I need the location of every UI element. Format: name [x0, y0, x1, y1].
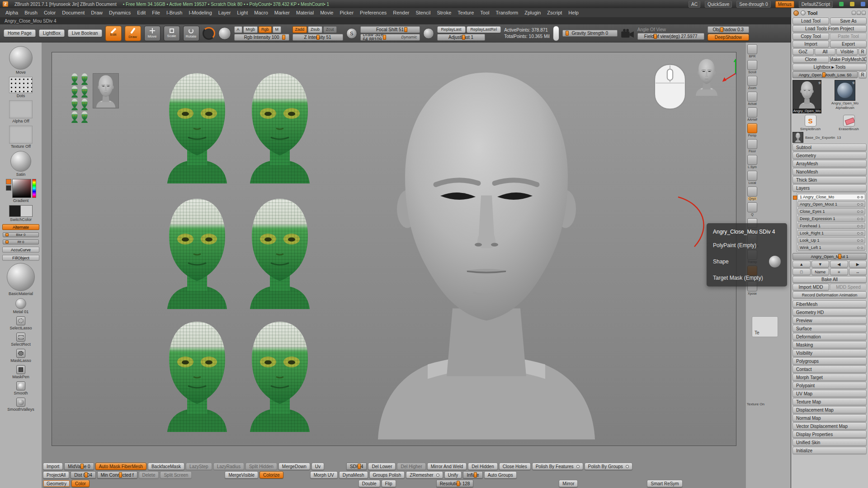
bottom-button[interactable]: Inflate	[463, 471, 482, 479]
layer-row[interactable]: Look_Up 1	[797, 237, 865, 244]
bottom-button[interactable]: Delete	[139, 471, 159, 479]
menu-item[interactable]: Render	[390, 9, 412, 16]
tray-button[interactable]: L.Sym	[747, 155, 757, 169]
switch-color[interactable]: SwitchColor	[9, 205, 33, 222]
metal-material[interactable]: Metal 01	[13, 298, 29, 314]
active-color-swatch[interactable]	[6, 179, 11, 184]
section-button[interactable]: Display Properties	[793, 431, 867, 438]
make-polymesh3d-button[interactable]: Make PolyMesh3D	[830, 56, 867, 63]
mdd-speed-button[interactable]: MDD Speed	[830, 284, 867, 291]
layer-arrow-button[interactable]: ▼	[811, 261, 830, 267]
bottom-button[interactable]: Del Lower	[368, 463, 396, 470]
layer-row[interactable]: Angry_Open_Mout 1	[797, 201, 865, 207]
section-button[interactable]: Subtool	[793, 144, 867, 151]
current-brush-icon[interactable]	[203, 27, 215, 40]
gravity-direction-widget[interactable]	[553, 26, 559, 41]
zsub-button[interactable]: Zsub	[308, 26, 322, 33]
deep-shadow-button[interactable]: DeepShadow	[708, 34, 749, 41]
goz-r-button[interactable]: R	[859, 48, 867, 55]
layer-tool-button[interactable]: □	[793, 268, 811, 275]
tray-button[interactable]: Persp	[747, 123, 757, 137]
gravity-strength-slider[interactable]: Gravity Strength 0	[562, 30, 618, 37]
section-button[interactable]: Vector Displacement Map	[793, 422, 867, 430]
layer-visibility-icons[interactable]	[857, 196, 863, 198]
document-canvas[interactable]	[52, 52, 736, 446]
layer-visibility-icons[interactable]	[857, 239, 863, 242]
rf-slider[interactable]: Rf 0	[3, 239, 39, 244]
edit-button[interactable]: Edit	[105, 26, 122, 41]
layer-intensity-slider[interactable]: Angry_Open_Mout 1	[793, 253, 867, 260]
bottom-button[interactable]: Split Hidden	[245, 463, 277, 470]
layer-row[interactable]: Look_Right 1	[797, 230, 865, 236]
tray-button[interactable]: Local	[747, 171, 757, 184]
z-intensity-slider[interactable]: Z Intensity 51	[292, 34, 343, 41]
simple-brush-cell[interactable]: S SimpleBrush	[793, 115, 828, 131]
bottom-button[interactable]: Min Connected f	[97, 471, 137, 479]
layer-row[interactable]: 1 Angry_Close_Mo	[797, 194, 865, 200]
tray-button[interactable]: Qxyz	[747, 187, 757, 200]
bottom-button[interactable]: Morph UV	[310, 471, 338, 479]
section-button[interactable]: Contact	[793, 366, 867, 373]
section-button[interactable]: ArrayMesh	[793, 160, 867, 167]
orientation-gizmo[interactable]	[694, 58, 736, 96]
copy-tool-button[interactable]: Copy Tool	[793, 33, 829, 40]
bottom-button[interactable]: Double	[359, 480, 380, 487]
focal-shift-slider[interactable]: Focal Shift 51	[360, 26, 420, 33]
goz-all-button[interactable]: All	[815, 48, 836, 55]
material-ball-icon[interactable]	[218, 27, 231, 40]
tray-button[interactable]: BPR	[747, 44, 757, 58]
bottom-button[interactable]: ZRemesher	[406, 471, 443, 479]
titlebar-button[interactable]: Menus	[775, 1, 794, 8]
section-button[interactable]: Thick Skin	[793, 176, 867, 183]
menu-item[interactable]: Stencil	[413, 9, 433, 16]
bottom-button[interactable]: MergeDown	[278, 463, 310, 470]
tray-button[interactable]: Actual	[747, 92, 757, 105]
layer-arrow-button[interactable]: ▶	[849, 261, 867, 267]
bottom-button[interactable]: Smart ReSym	[647, 480, 682, 487]
bottom-button[interactable]: LazyStep	[186, 463, 212, 470]
bottom-button[interactable]: Close Holes	[499, 463, 531, 470]
layer-visibility-icons[interactable]	[857, 247, 863, 249]
bottom-button[interactable]: Groups Polish	[369, 471, 405, 479]
obj-shadow-slider[interactable]: ObjShadow 0.3	[708, 26, 749, 33]
menu-item[interactable]: Transform	[493, 9, 521, 16]
fill-object-button[interactable]: FillObject	[2, 255, 39, 261]
section-button[interactable]: Geometry HD	[793, 309, 867, 316]
bottom-button[interactable]: DynaMesh	[339, 471, 368, 479]
tray-button[interactable]: Floor	[747, 139, 757, 153]
saturation-value-picker[interactable]	[12, 179, 31, 198]
load-tools-from-project-button[interactable]: Load Tools From Project	[793, 25, 867, 32]
bottom-button[interactable]: SDiv 4	[346, 463, 367, 470]
select-lasso-tool[interactable]: SelectLasso	[9, 316, 32, 330]
alt-color-swatch[interactable]	[21, 205, 33, 217]
layer-tool-button[interactable]: ↔	[849, 268, 867, 275]
section-button[interactable]: Surface	[793, 325, 867, 332]
replay-last-button[interactable]: ReplayLast	[437, 26, 466, 33]
rgb-intensity-slider[interactable]: Rgb Intensity 100	[234, 34, 289, 41]
mrgb-button[interactable]: Mrgb	[243, 26, 258, 33]
base-tool-row[interactable]: Base_Dv_Exportin 13	[793, 132, 867, 143]
menu-item[interactable]: Zscript	[544, 9, 565, 16]
alpha-brush-thumbnail[interactable]: 9	[835, 80, 855, 101]
section-button[interactable]: FiberMesh	[793, 300, 867, 308]
tray-button[interactable]: Zoom	[747, 76, 757, 89]
bottom-button[interactable]: Dist 0.04	[71, 471, 95, 479]
layer-row[interactable]: Close_Eyes 1	[797, 208, 865, 215]
menu-item[interactable]: Picker	[337, 9, 356, 16]
current-tool-thumbnail[interactable]: 9 Angry_Open_Mo	[793, 80, 821, 113]
section-button[interactable]: Initialize	[793, 447, 867, 454]
load-tool-button[interactable]: Load Tool	[793, 18, 829, 24]
section-button[interactable]: Polygroups	[793, 357, 867, 365]
m-button[interactable]: M	[273, 26, 282, 33]
basic-material[interactable]: BasicMaterial	[7, 263, 35, 296]
record-deformation-button[interactable]: Record Deformation Animation	[793, 291, 867, 298]
section-layers[interactable]: Layers	[793, 184, 867, 192]
paste-tool-button[interactable]: Paste Tool	[830, 33, 867, 40]
hue-strip[interactable]	[32, 179, 36, 198]
stroke-dots[interactable]: Dots	[9, 77, 33, 98]
menu-item[interactable]: I-Brush	[164, 9, 185, 16]
blur-slider[interactable]: Blur 0	[3, 232, 39, 237]
layer-row[interactable]: Forehead 1	[797, 223, 865, 229]
main-color-swatch[interactable]	[9, 205, 21, 217]
bottom-button[interactable]: Unify	[444, 471, 462, 479]
